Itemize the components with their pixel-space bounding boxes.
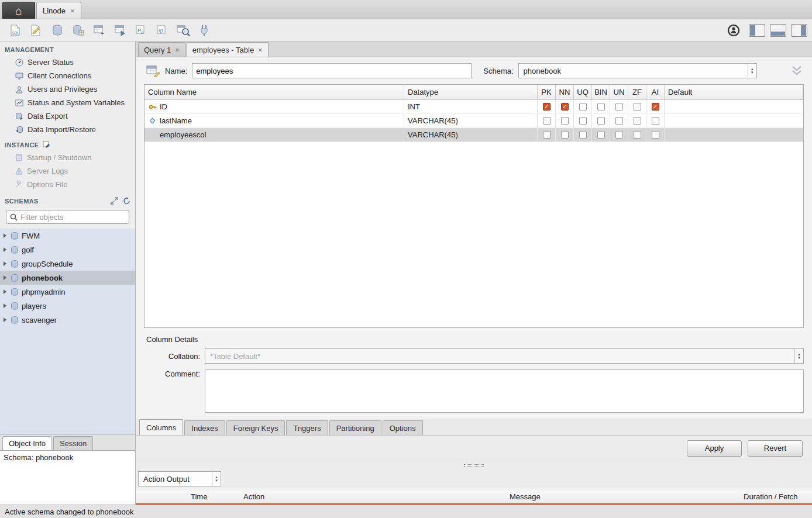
close-icon[interactable]: ×	[175, 46, 180, 54]
open-sql-script-icon[interactable]	[26, 22, 47, 39]
schema-icon	[11, 288, 19, 296]
sidebar-item-server-status[interactable]: Server Status	[0, 56, 135, 69]
apply-revert-bar: Apply Revert	[136, 436, 812, 461]
expander-icon[interactable]	[4, 289, 6, 294]
schema-inspector-icon[interactable]: f()	[152, 22, 173, 39]
tab-query-1[interactable]: Query 1 ×	[138, 42, 185, 57]
tab-partitioning[interactable]: Partitioning	[329, 420, 381, 435]
schema-item-phonebook[interactable]: phonebook	[0, 271, 135, 285]
schema-select[interactable]: phonebook ▲▼	[518, 63, 757, 78]
table-data-search-icon[interactable]	[173, 22, 194, 39]
schema-item-scavenger[interactable]: scavenger	[0, 313, 135, 327]
uq-checkbox[interactable]	[579, 103, 587, 110]
expander-icon[interactable]	[4, 233, 6, 238]
tab-session[interactable]: Session	[53, 436, 93, 450]
sidebar-item-data-export[interactable]: Data Export	[0, 109, 135, 123]
nn-checkbox[interactable]	[561, 103, 569, 110]
table-name-input[interactable]	[192, 63, 472, 78]
toggle-left-sidebar-icon[interactable]	[749, 24, 765, 37]
refresh-schemas-icon[interactable]	[123, 197, 130, 205]
new-view-icon[interactable]: +	[89, 22, 110, 39]
expand-schemas-icon[interactable]	[111, 197, 118, 205]
toggle-right-sidebar-icon[interactable]	[791, 24, 807, 37]
connection-status-icon[interactable]	[723, 22, 744, 39]
toggle-bottom-panel-icon[interactable]	[770, 24, 786, 37]
col-header-default: Default	[665, 85, 803, 99]
expander-icon[interactable]	[4, 247, 6, 252]
sidebar-item-server-logs[interactable]: Server Logs	[0, 164, 135, 178]
un-checkbox[interactable]	[615, 103, 623, 110]
col-header-bin: BIN	[592, 85, 610, 99]
pk-checkbox[interactable]	[543, 131, 550, 139]
bin-checkbox[interactable]	[597, 117, 605, 125]
column-row-lastname[interactable]: lastName VARCHAR(45)	[144, 114, 803, 128]
stepper-icon[interactable]: ▲▼	[748, 64, 756, 78]
home-tab[interactable]: ⌂	[2, 2, 35, 19]
zf-checkbox[interactable]	[634, 103, 641, 110]
un-checkbox[interactable]	[615, 131, 623, 139]
ai-checkbox[interactable]	[652, 117, 659, 125]
server-status-icon	[15, 58, 23, 67]
tab-triggers[interactable]: Triggers	[286, 420, 328, 435]
collapse-editor-header-icon[interactable]	[790, 65, 804, 77]
output-type-select[interactable]: Action Output ▲▼	[138, 471, 221, 486]
close-icon[interactable]: ×	[258, 46, 263, 54]
new-procedure-icon[interactable]	[110, 22, 131, 39]
reconnect-dbms-icon[interactable]	[194, 22, 215, 39]
revert-button[interactable]: Revert	[748, 440, 803, 457]
expander-icon[interactable]	[4, 303, 6, 308]
nn-checkbox[interactable]	[561, 131, 569, 139]
schema-item-players[interactable]: players	[0, 299, 135, 313]
connection-tab-linode[interactable]: Linode ×	[36, 2, 81, 19]
zf-checkbox[interactable]	[634, 131, 641, 139]
schema-item-fwm[interactable]: FWM	[0, 229, 135, 243]
un-checkbox[interactable]	[615, 117, 623, 125]
collation-select[interactable]: *Table Default* ▲▼	[205, 348, 804, 364]
tab-options[interactable]: Options	[383, 420, 423, 435]
tab-employees-table[interactable]: employees - Table ×	[187, 42, 269, 57]
info-tab-bar: Object Info Session	[0, 434, 135, 450]
tab-foreign-keys[interactable]: Foreign Keys	[226, 420, 285, 435]
sidebar-item-options-file[interactable]: Options File	[0, 178, 135, 191]
expander-icon[interactable]	[4, 317, 6, 322]
schema-item-groupschedule[interactable]: groupSchedule	[0, 257, 135, 271]
ai-checkbox[interactable]	[652, 103, 659, 110]
ai-checkbox[interactable]	[652, 131, 659, 139]
new-table-icon[interactable]	[68, 22, 89, 39]
tab-columns[interactable]: Columns	[139, 419, 183, 435]
stepper-icon[interactable]: ▲▼	[212, 472, 221, 486]
stepper-icon[interactable]: ▲▼	[794, 349, 803, 363]
output-splitter[interactable]	[136, 461, 812, 469]
uq-checkbox[interactable]	[579, 131, 587, 139]
nn-checkbox[interactable]	[561, 117, 569, 125]
column-row-id[interactable]: ID INT	[144, 100, 803, 114]
sidebar-item-status-system-variables[interactable]: Status and System Variables	[0, 96, 135, 109]
apply-button[interactable]: Apply	[687, 440, 742, 457]
comment-textarea[interactable]	[205, 369, 804, 413]
new-function-icon[interactable]: Po	[131, 22, 152, 39]
column-row-employeescol[interactable]: employeescol VARCHAR(45)	[144, 128, 803, 142]
close-icon[interactable]: ×	[70, 6, 75, 15]
splitter-grip[interactable]	[464, 464, 484, 467]
schema-filter-input[interactable]	[20, 213, 125, 222]
bin-checkbox[interactable]	[597, 131, 605, 139]
sidebar-item-startup-shutdown[interactable]: Startup / Shutdown	[0, 151, 135, 164]
pk-checkbox[interactable]	[543, 103, 550, 110]
name-label: Name:	[165, 67, 187, 75]
sidebar-item-client-connections[interactable]: Client Connections	[0, 69, 135, 82]
expander-icon[interactable]	[4, 261, 6, 266]
tab-object-info[interactable]: Object Info	[2, 436, 52, 450]
bin-checkbox[interactable]	[597, 103, 605, 110]
tab-indexes[interactable]: Indexes	[184, 420, 225, 435]
new-query-tab-icon[interactable]: SQL	[5, 22, 26, 39]
zf-checkbox[interactable]	[634, 117, 641, 125]
expander-icon[interactable]	[4, 275, 6, 280]
new-schema-icon[interactable]	[47, 22, 68, 39]
sidebar-item-data-import[interactable]: Data Import/Restore	[0, 123, 135, 136]
schema-item-phpmyadmin[interactable]: phpmyadmin	[0, 285, 135, 299]
uq-checkbox[interactable]	[579, 117, 587, 125]
schema-item-golf[interactable]: golf	[0, 243, 135, 257]
instance-options-icon[interactable]	[43, 141, 50, 149]
sidebar-item-users-privileges[interactable]: Users and Privileges	[0, 82, 135, 96]
pk-checkbox[interactable]	[543, 117, 550, 125]
